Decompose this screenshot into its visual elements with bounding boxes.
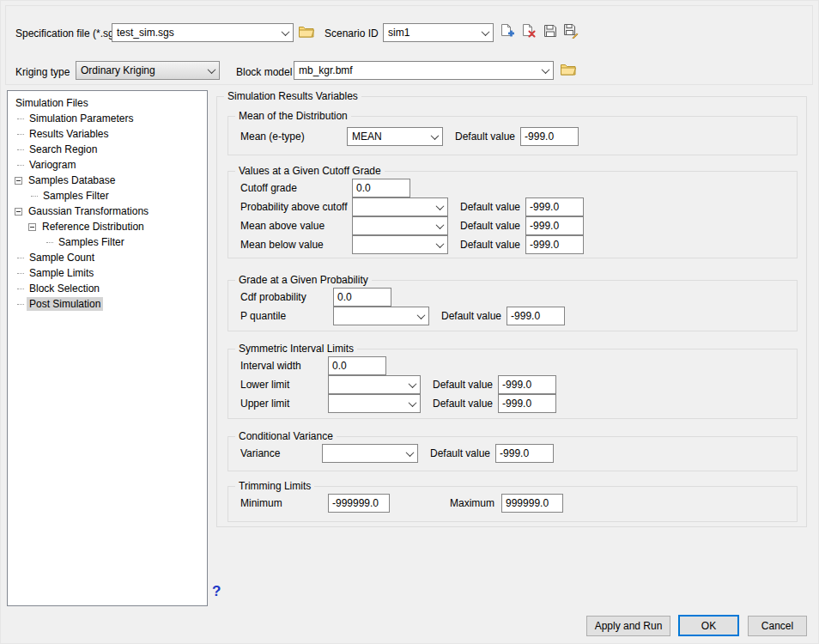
collapse-icon[interactable] (15, 177, 22, 185)
tree-connector (17, 258, 24, 258)
chevron-down-icon[interactable] (537, 62, 553, 79)
trimming-limits-group: Trimming Limits Minimum Maximum (228, 486, 798, 522)
tree-item-label: Gaussian Transformations (26, 204, 151, 218)
form-row: Minimum Maximum (240, 494, 797, 513)
apply-and-run-button[interactable]: Apply and Run (586, 616, 670, 636)
new-scenario-icon (500, 24, 514, 41)
upper-limit-default-value-input[interactable] (498, 394, 556, 413)
default-value-label: Default value (455, 131, 515, 143)
form-row: Cdf probability (240, 288, 797, 307)
cutoff-grade-group: Values at a Given Cutoff Grade Cutoff gr… (228, 171, 798, 258)
cancel-button[interactable]: Cancel (748, 616, 807, 636)
tree-item-post-simulation[interactable]: Post Simulation (8, 296, 207, 312)
save-scenario-as-button[interactable] (563, 24, 579, 40)
default-value-label: Default value (433, 398, 493, 410)
chevron-down-icon[interactable] (404, 376, 420, 393)
open-spec-folder-button[interactable] (298, 25, 314, 41)
tree-item-simulation-files[interactable]: Simulation Files (8, 95, 207, 111)
upper-limit-combobox[interactable] (328, 394, 421, 413)
tree-item-samples-filter-2[interactable]: Samples Filter (8, 234, 207, 250)
tree-item-search-region[interactable]: Search Region (8, 142, 207, 157)
tree-item-block-selection[interactable]: Block Selection (8, 281, 207, 296)
chevron-down-icon[interactable] (432, 198, 447, 216)
variance-combobox[interactable] (322, 444, 418, 463)
tree-connector (17, 304, 24, 305)
chevron-down-icon[interactable] (277, 24, 293, 41)
tree-item-simulation-parameters[interactable]: Simulation Parameters (8, 111, 207, 126)
tree-item-variogram[interactable]: Variogram (8, 157, 207, 173)
delete-scenario-button[interactable] (520, 24, 537, 40)
tree-item-label: Search Region (27, 143, 100, 156)
tree-item-gaussian-transformations[interactable]: Gaussian Transformations (8, 204, 207, 219)
maximum-input[interactable] (501, 494, 563, 513)
quantile-default-value-input[interactable] (507, 307, 565, 325)
scenario-id-combobox[interactable]: sim1 (383, 23, 494, 42)
mean-below-default-value-input[interactable] (525, 235, 584, 254)
minimum-input[interactable] (328, 494, 390, 513)
form-row: Interval width (240, 356, 797, 375)
lower-limit-combobox[interactable] (328, 375, 421, 394)
tree-item-samples-filter-1[interactable]: Samples Filter (8, 188, 207, 204)
mean-above-value-combobox[interactable] (352, 216, 448, 235)
new-scenario-button[interactable] (499, 24, 515, 40)
default-value-label: Default value (430, 447, 490, 459)
tree-connector (31, 196, 38, 197)
help-button[interactable]: ? (212, 583, 221, 600)
tree-item-samples-database[interactable]: Samples Database (8, 173, 207, 188)
symmetric-interval-limits-group: Symmetric Interval Limits Interval width… (228, 349, 798, 419)
block-model-combobox[interactable]: mb_kgr.bmf (294, 61, 554, 80)
mean-default-value-input[interactable] (520, 127, 579, 146)
form-row: Probability above cutoff Default value (240, 197, 797, 216)
spec-file-label: Specification file (*.sgs) (15, 27, 123, 39)
cutoff-grade-label: Cutoff grade (240, 182, 352, 194)
probability-above-cutoff-combobox[interactable] (352, 197, 448, 216)
chevron-down-icon[interactable] (404, 395, 420, 412)
chevron-down-icon[interactable] (432, 236, 447, 253)
folder-icon (299, 26, 314, 40)
minimum-label: Minimum (240, 497, 328, 509)
chevron-down-icon[interactable] (413, 307, 428, 325)
collapse-icon[interactable] (15, 208, 22, 216)
tree-connector (17, 273, 24, 274)
form-row: P quantile Default value (240, 307, 797, 325)
mean-below-value-combobox[interactable] (352, 235, 448, 254)
lower-limit-default-value-input[interactable] (498, 375, 556, 394)
tree-item-sample-limits[interactable]: Sample Limits (8, 265, 207, 281)
spec-file-combobox[interactable]: test_sim.sgs (112, 23, 294, 42)
tree-connector (17, 289, 24, 289)
chevron-down-icon[interactable] (402, 445, 417, 462)
kriging-type-combobox[interactable]: Ordinary Kriging (76, 61, 220, 80)
probability-default-value-input[interactable] (525, 197, 584, 216)
conditional-variance-group: Conditional Variance Variance Default va… (228, 436, 798, 471)
mean-of-distribution-group: Mean of the Distribution Mean (e-type) M… (228, 116, 798, 155)
mean-above-default-value-input[interactable] (525, 216, 584, 235)
tree-item-reference-distribution[interactable]: Reference Distribution (8, 219, 207, 234)
interval-width-input[interactable] (328, 356, 386, 375)
default-value-label: Default value (460, 201, 520, 213)
chevron-down-icon[interactable] (203, 62, 219, 79)
cdf-probability-input[interactable] (333, 288, 391, 307)
p-quantile-combobox[interactable] (333, 307, 429, 325)
save-scenario-button[interactable] (542, 24, 558, 40)
tree-item-sample-count[interactable]: Sample Count (8, 250, 207, 265)
chevron-down-icon[interactable] (427, 128, 442, 145)
group-title: Grade at a Given Probability (235, 274, 372, 286)
tree-item-results-variables[interactable]: Results Variables (8, 126, 207, 142)
collapse-icon[interactable] (28, 223, 36, 231)
chevron-down-icon[interactable] (477, 24, 493, 41)
mean-etype-combobox[interactable]: MEAN (347, 127, 443, 146)
navigation-tree: Simulation Files Simulation Parameters R… (7, 90, 208, 606)
group-title: Values at a Given Cutoff Grade (235, 165, 385, 177)
tree-item-label: Block Selection (27, 282, 102, 295)
tree-item-label: Reference Distribution (39, 220, 147, 234)
chevron-down-icon[interactable] (432, 217, 447, 234)
upper-limit-label: Upper limit (240, 398, 328, 410)
open-block-model-folder-button[interactable] (560, 63, 576, 79)
cutoff-grade-input[interactable] (352, 179, 410, 197)
mean-below-value-label: Mean below value (240, 239, 352, 251)
variance-default-value-input[interactable] (495, 444, 554, 463)
tree-connector (17, 165, 24, 166)
ok-button[interactable]: OK (678, 615, 739, 636)
block-model-value: mb_kgr.bmf (294, 64, 537, 76)
form-row: Mean (e-type) MEAN Default value (240, 127, 797, 146)
